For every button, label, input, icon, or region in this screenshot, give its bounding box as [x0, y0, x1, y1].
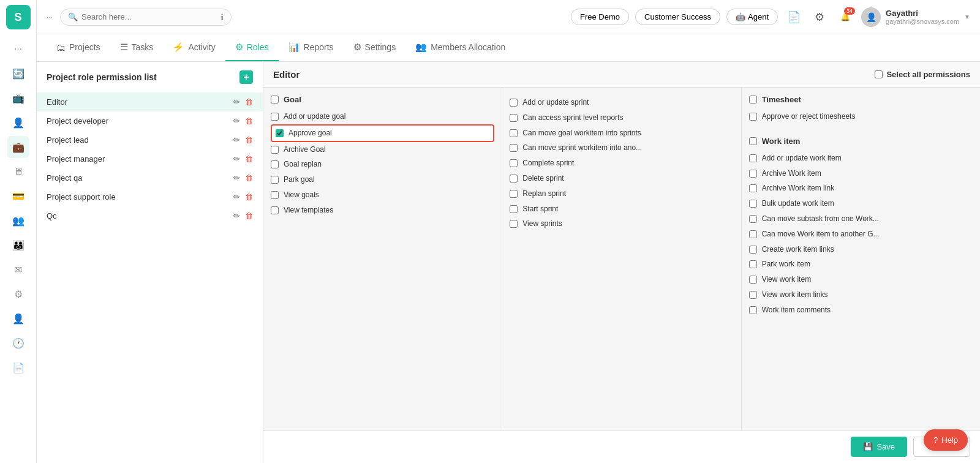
- delete-role-manager-button[interactable]: 🗑: [245, 154, 253, 164]
- add-role-button[interactable]: +: [239, 70, 253, 84]
- delete-role-editor-button[interactable]: 🗑: [245, 97, 253, 107]
- sidebar: S ··· 🔄 📺 👤 💼 🖥 💳 👥 👨‍👩‍👧 ✉ ⚙ 👤 🕐 📄: [0, 0, 37, 463]
- sidebar-icon-mail[interactable]: ✉: [7, 258, 29, 280]
- delete-role-qc-button[interactable]: 🗑: [245, 211, 253, 220]
- notification-button[interactable]: 🔔 34: [835, 7, 855, 27]
- checkbox-view-goals[interactable]: [271, 191, 279, 199]
- footer: 💾 Save ↺ Reset: [263, 430, 980, 463]
- role-item-support[interactable]: Project support role ✏ 🗑: [37, 187, 263, 206]
- checkbox-move-workitem-goal[interactable]: [749, 230, 757, 238]
- edit-role-lead-button[interactable]: ✏: [233, 135, 240, 145]
- app-logo[interactable]: S: [6, 5, 31, 29]
- sidebar-icon-family[interactable]: 👨‍👩‍👧: [7, 234, 29, 256]
- tab-members[interactable]: 👥 Members Allocation: [405, 34, 515, 61]
- checkbox-archive-goal[interactable]: [271, 146, 279, 154]
- agent-button[interactable]: 🤖 Agent: [726, 9, 778, 25]
- user-info[interactable]: 👤 Gayathri gayathri@snovasys.com ▼: [861, 7, 970, 27]
- tab-activity[interactable]: ⚡ Activity: [163, 34, 225, 61]
- sidebar-icon-card[interactable]: 💳: [7, 185, 29, 207]
- role-item-qa[interactable]: Project qa ✏ 🗑: [37, 168, 263, 187]
- delete-role-developer-button[interactable]: 🗑: [245, 116, 253, 126]
- goal-section-checkbox[interactable]: [271, 96, 279, 104]
- role-item-lead[interactable]: Project lead ✏ 🗑: [37, 130, 263, 149]
- checkbox-complete-sprint[interactable]: [510, 159, 518, 167]
- sidebar-icon-settings[interactable]: ⚙: [7, 283, 29, 305]
- editor-title: Editor: [273, 69, 300, 80]
- role-item-developer[interactable]: Project developer ✏ 🗑: [37, 111, 263, 130]
- sidebar-icon-doc[interactable]: 📄: [7, 356, 29, 378]
- checkbox-archive-workitem-link[interactable]: [749, 184, 757, 192]
- timesheet-section-title: Timesheet: [749, 95, 973, 104]
- checkbox-add-update-goal[interactable]: [271, 113, 279, 121]
- document-icon[interactable]: 📄: [784, 7, 804, 27]
- tasks-icon: ☰: [120, 42, 128, 53]
- checkbox-view-sprints[interactable]: [510, 220, 518, 228]
- checkbox-add-update-sprint[interactable]: [510, 99, 518, 107]
- workitem-section-checkbox[interactable]: [749, 137, 757, 145]
- checkbox-replan-sprint[interactable]: [510, 190, 518, 198]
- checkbox-view-templates[interactable]: [271, 206, 279, 214]
- perm-view-sprints: View sprints: [510, 216, 733, 232]
- role-item-editor[interactable]: Editor ✏ 🗑: [37, 92, 263, 111]
- timesheet-section-checkbox[interactable]: [749, 96, 757, 104]
- info-icon[interactable]: ℹ: [221, 12, 224, 22]
- role-item-manager[interactable]: Project manager ✏ 🗑: [37, 149, 263, 168]
- checkbox-start-sprint[interactable]: [510, 205, 518, 213]
- edit-role-support-button[interactable]: ✏: [233, 192, 240, 201]
- sidebar-icon-clock[interactable]: 🕐: [7, 332, 29, 354]
- edit-role-qc-button[interactable]: ✏: [233, 211, 240, 220]
- checkbox-move-subtask-workitem[interactable]: [749, 215, 757, 223]
- checkbox-delete-sprint[interactable]: [510, 175, 518, 183]
- sidebar-icon-monitor[interactable]: 🖥: [7, 160, 29, 183]
- checkbox-archive-workitem[interactable]: [749, 170, 757, 178]
- checkbox-add-update-workitem[interactable]: [749, 154, 757, 162]
- gear-icon[interactable]: ⚙: [810, 7, 829, 27]
- delete-role-qa-button[interactable]: 🗑: [245, 173, 253, 183]
- perm-park-goal: Park goal: [271, 172, 494, 187]
- sidebar-icon-more[interactable]: ···: [7, 38, 29, 60]
- nav-tabs: 🗂 Projects ☰ Tasks ⚡ Activity ⚙ Roles 📊 …: [37, 34, 980, 62]
- checkbox-approve-goal[interactable]: [276, 129, 284, 137]
- tab-reports-label: Reports: [304, 42, 334, 52]
- checkbox-create-workitem-links[interactable]: [749, 246, 757, 254]
- tab-settings[interactable]: ⚙ Settings: [344, 34, 406, 61]
- role-item-qc[interactable]: Qc ✏ 🗑: [37, 206, 263, 225]
- checkbox-bulk-update-workitem[interactable]: [749, 200, 757, 208]
- checkbox-view-workitem-links[interactable]: [749, 291, 757, 299]
- tab-projects[interactable]: 🗂 Projects: [47, 34, 110, 61]
- checkbox-park-goal[interactable]: [271, 176, 279, 184]
- checkbox-workitem-comments[interactable]: [749, 306, 757, 314]
- perm-view-templates: View templates: [271, 203, 494, 218]
- select-all-checkbox[interactable]: [875, 70, 883, 78]
- edit-role-developer-button[interactable]: ✏: [233, 116, 240, 126]
- edit-role-editor-button[interactable]: ✏: [233, 97, 240, 107]
- tab-roles[interactable]: ⚙ Roles: [225, 34, 279, 61]
- sidebar-icon-tv[interactable]: 📺: [7, 87, 29, 109]
- sidebar-icon-cycle[interactable]: 🔄: [7, 62, 29, 85]
- role-name-editor: Editor: [47, 97, 67, 107]
- search-input[interactable]: [81, 12, 217, 21]
- sidebar-icon-profile[interactable]: 👤: [7, 307, 29, 329]
- edit-role-manager-button[interactable]: ✏: [233, 154, 240, 164]
- checkbox-move-sprint-workitem[interactable]: [510, 144, 518, 152]
- help-button[interactable]: ? Help: [924, 429, 968, 451]
- checkbox-view-workitem[interactable]: [749, 276, 757, 284]
- sidebar-icon-users[interactable]: 👥: [7, 209, 29, 232]
- tab-reports[interactable]: 📊 Reports: [279, 34, 344, 61]
- checkbox-access-sprint-reports[interactable]: [510, 114, 518, 122]
- customer-success-button[interactable]: Customer Success: [635, 9, 720, 25]
- checkbox-approve-timesheets[interactable]: [749, 113, 757, 121]
- checkbox-park-workitem[interactable]: [749, 260, 757, 268]
- agent-icon: 🤖: [736, 12, 745, 21]
- tab-tasks[interactable]: ☰ Tasks: [110, 34, 164, 61]
- sidebar-icon-briefcase[interactable]: 💼: [7, 136, 29, 158]
- edit-role-qa-button[interactable]: ✏: [233, 173, 240, 183]
- delete-role-support-button[interactable]: 🗑: [245, 192, 253, 201]
- save-button[interactable]: 💾 Save: [851, 437, 907, 457]
- delete-role-lead-button[interactable]: 🗑: [245, 135, 253, 145]
- checkbox-goal-replan[interactable]: [271, 160, 279, 168]
- free-demo-button[interactable]: Free Demo: [571, 9, 629, 25]
- topbar-more-icon[interactable]: ···: [47, 13, 53, 21]
- checkbox-move-goal-workitem[interactable]: [510, 129, 518, 137]
- sidebar-icon-user[interactable]: 👤: [7, 111, 29, 134]
